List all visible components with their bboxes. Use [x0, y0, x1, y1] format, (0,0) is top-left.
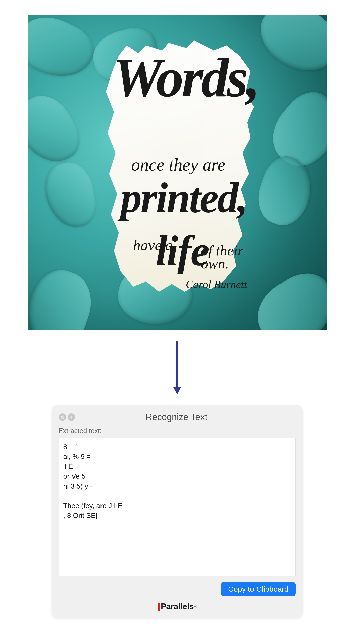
flower-petal [41, 158, 99, 231]
registered-trademark-icon: ® [194, 605, 197, 609]
flower-petal [249, 15, 327, 87]
quote-word-words: Words, [113, 53, 244, 103]
dialog-header: Recognize Text [59, 411, 296, 423]
flower-petal [28, 15, 101, 89]
arrow-down-icon [170, 340, 185, 395]
quote-attribution: Carol Burnett [186, 278, 247, 291]
recognize-text-dialog: Recognize Text Extracted text: Copy to C… [52, 405, 303, 618]
quote-line-once-they-are: once they are [126, 156, 231, 174]
source-photo: Words, once they are printed, have a lif… [28, 15, 327, 330]
svg-marker-1 [173, 387, 181, 394]
extracted-text-output[interactable] [59, 438, 296, 576]
quote-words-of-their-own: of their own. [201, 244, 243, 270]
flower-petal [28, 262, 101, 330]
sticker-text-group: Words, once they are printed, have a lif… [98, 40, 259, 297]
flower-petal [28, 86, 88, 173]
copy-to-clipboard-button[interactable]: Copy to Clipboard [221, 582, 295, 596]
quote-word-printed: printed, [121, 179, 241, 217]
dialog-title: Recognize Text [58, 412, 296, 422]
parallels-brand-name: Parallels [161, 602, 194, 611]
parallels-brand: || Parallels® [59, 601, 296, 611]
extracted-text-label: Extracted text: [59, 427, 296, 435]
parallels-logo-icon: || [157, 601, 160, 611]
quote-word-life: life [156, 226, 209, 275]
quote-sticker: Words, once they are printed, have a lif… [98, 40, 259, 297]
